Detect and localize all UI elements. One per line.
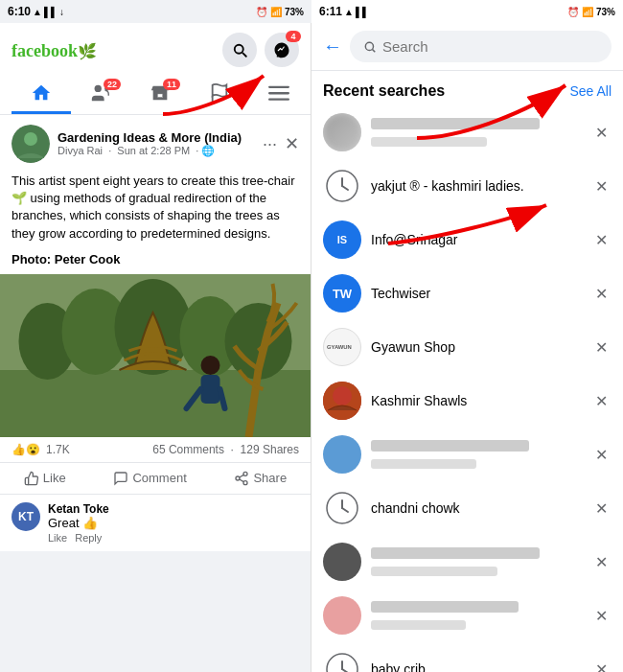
svg-text:GYAWUN: GYAWUN xyxy=(327,344,352,350)
messenger-button[interactable]: 4 xyxy=(265,33,299,67)
search-clock-8 xyxy=(323,489,361,527)
back-button[interactable]: ← xyxy=(323,35,342,58)
comment-actions: Like Reply xyxy=(48,532,299,544)
recent-title: Recent searches xyxy=(323,82,445,100)
post-meta: Gardening Ideas & More (India) Divya Rai… xyxy=(58,130,255,157)
search-item-9[interactable]: ✕ xyxy=(312,535,623,589)
comment-content: Ketan Toke Great 👍 Like Reply xyxy=(48,502,299,544)
search-info-9 xyxy=(371,545,582,578)
left-time: 6:10 xyxy=(8,5,31,18)
comments-shares: 65 Comments · 129 Shares xyxy=(152,443,299,456)
search-input-wrapper[interactable] xyxy=(350,31,611,62)
search-input[interactable] xyxy=(382,38,598,55)
nav-marketplace[interactable]: 11 xyxy=(130,75,190,114)
messenger-badge: 4 xyxy=(286,31,301,42)
svg-rect-7 xyxy=(268,92,289,94)
search-thumb-5: GYAWUN xyxy=(323,328,361,366)
search-clock-2 xyxy=(323,167,361,205)
search-close-11[interactable]: ✕ xyxy=(591,657,611,673)
comment-button[interactable]: Comment xyxy=(102,465,197,492)
search-close-9[interactable]: ✕ xyxy=(591,549,611,575)
search-close-3[interactable]: ✕ xyxy=(591,227,611,253)
search-info-4: Techwiser xyxy=(371,285,582,302)
search-item-5[interactable]: GYAWUN Gyawun Shop ✕ xyxy=(312,320,623,374)
search-name-5: Gyawun Shop xyxy=(371,339,455,355)
header-icons: 4 xyxy=(222,33,299,67)
search-item-8[interactable]: chandni chowk ✕ xyxy=(312,481,623,535)
search-thumb-6 xyxy=(323,382,361,420)
post-card: Gardening Ideas & More (India) Divya Rai… xyxy=(0,115,311,551)
nav-home[interactable] xyxy=(12,75,71,114)
commenter-name: Ketan Toke xyxy=(48,502,299,516)
search-info-10 xyxy=(371,599,582,632)
search-name-11: baby crib xyxy=(371,661,426,672)
search-item-1[interactable]: ✕ xyxy=(312,105,623,159)
search-info-5: Gyawun Shop xyxy=(371,338,582,356)
search-close-10[interactable]: ✕ xyxy=(591,603,611,629)
svg-point-24 xyxy=(243,480,247,484)
post-author-date: Divya Rai · Sun at 2:28 PM · 🌐 xyxy=(58,145,255,157)
post-more-button[interactable]: ··· xyxy=(263,134,277,154)
comment-reply[interactable]: Reply xyxy=(75,532,102,544)
like-button[interactable]: Like xyxy=(12,465,78,492)
search-thumb-7 xyxy=(323,435,361,474)
post-actions-bar: Like Comment Share xyxy=(0,463,311,495)
search-name-6: Kashmir Shawls xyxy=(371,393,467,408)
search-name-8: chandni chowk xyxy=(371,500,460,516)
search-info-8: chandni chowk xyxy=(371,499,582,517)
search-thumb-3: IS xyxy=(323,220,361,259)
search-close-2[interactable]: ✕ xyxy=(591,174,611,199)
search-button[interactable] xyxy=(222,33,257,67)
wifi-icon: 📶 xyxy=(270,7,282,17)
post-stats: 👍😮 1.7K 65 Comments · 129 Shares xyxy=(0,437,311,463)
commenter-avatar: KT xyxy=(12,502,40,531)
search-close-6[interactable]: ✕ xyxy=(591,388,611,414)
search-item-4[interactable]: TW Techwiser ✕ xyxy=(312,266,623,320)
comment-like[interactable]: Like xyxy=(48,532,67,544)
nav-flag[interactable] xyxy=(190,75,249,114)
search-thumb-9 xyxy=(323,543,361,581)
post-text: This artist spent eight years to create … xyxy=(0,173,311,252)
search-item-3[interactable]: IS Info@Srinagar ✕ xyxy=(312,213,623,266)
svg-rect-4 xyxy=(157,94,163,98)
search-item-7[interactable]: ✕ xyxy=(312,428,623,481)
post-page-name: Gardening Ideas & More (India) xyxy=(58,130,255,145)
search-info-11: baby crib xyxy=(371,660,582,672)
search-item-6[interactable]: Kashmir Shawls ✕ xyxy=(312,374,623,428)
search-item-11[interactable]: baby crib ✕ xyxy=(312,642,623,672)
recent-header: Recent searches See All xyxy=(312,71,623,105)
search-info-3: Info@Srinagar xyxy=(371,231,582,248)
see-all-button[interactable]: See All xyxy=(569,83,611,99)
nav-menu[interactable] xyxy=(249,75,309,114)
svg-line-1 xyxy=(242,53,245,56)
share-button[interactable]: Share xyxy=(222,465,298,492)
svg-rect-8 xyxy=(268,99,289,101)
svg-point-28 xyxy=(365,42,373,50)
right-network-icon: ▌▌ xyxy=(356,7,369,17)
friends-badge: 22 xyxy=(104,79,121,90)
network-icon: ▌▌ xyxy=(44,7,58,17)
svg-line-29 xyxy=(373,49,376,52)
left-battery: 73% xyxy=(285,7,304,17)
search-item-10[interactable]: ✕ xyxy=(312,589,623,642)
post-close-button[interactable]: ✕ xyxy=(285,133,299,154)
search-name-3: Info@Srinagar xyxy=(371,232,457,247)
right-alarm-icon: ⏰ xyxy=(567,7,579,17)
nav-friends[interactable]: 22 xyxy=(71,75,130,114)
search-clock-11 xyxy=(323,650,361,672)
search-close-5[interactable]: ✕ xyxy=(591,335,611,360)
comment-section: KT Ketan Toke Great 👍 Like Reply xyxy=(0,495,311,551)
facebook-logo: facebook🌿 xyxy=(12,37,97,62)
search-thumb-4: TW xyxy=(323,274,361,313)
search-item-2[interactable]: yakjut ® - kashmiri ladies. ✕ xyxy=(312,159,623,213)
search-name-4: Techwiser xyxy=(371,286,430,301)
search-close-4[interactable]: ✕ xyxy=(591,281,611,307)
search-close-8[interactable]: ✕ xyxy=(591,496,611,521)
svg-line-32 xyxy=(342,186,348,190)
search-close-7[interactable]: ✕ xyxy=(591,442,611,468)
comment-text: Great 👍 xyxy=(48,516,299,530)
search-close-1[interactable]: ✕ xyxy=(591,120,611,146)
svg-point-0 xyxy=(235,45,243,54)
right-time: 6:11 xyxy=(319,5,342,18)
post-image xyxy=(0,274,311,437)
